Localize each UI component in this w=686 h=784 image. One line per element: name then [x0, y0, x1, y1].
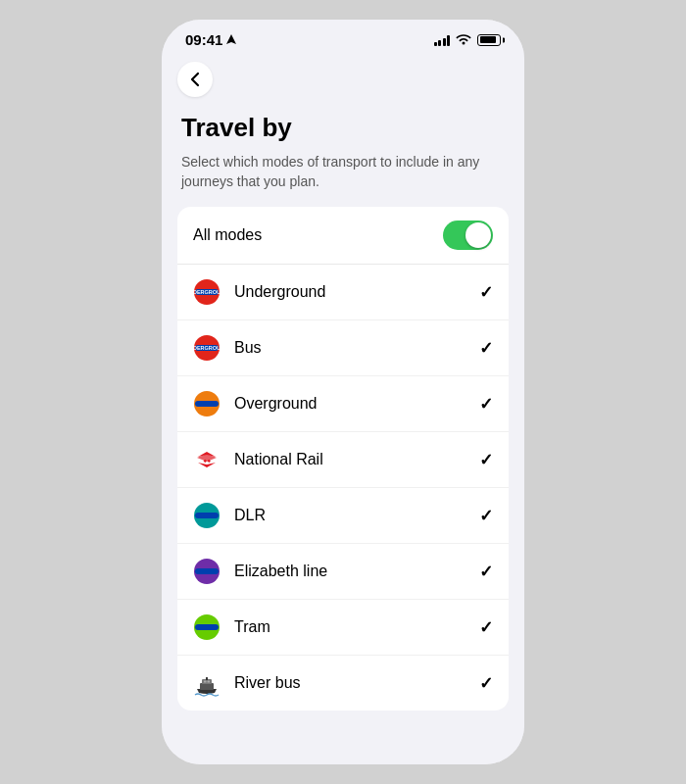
svg-rect-17 — [204, 681, 207, 683]
svg-rect-7 — [195, 401, 219, 407]
status-icons — [434, 34, 502, 46]
svg-rect-15 — [200, 683, 214, 690]
dlr-check: ✓ — [479, 506, 493, 526]
page-title: Travel by — [181, 113, 505, 143]
svg-text:⬥⬥: ⬥⬥ — [203, 457, 211, 464]
svg-text:UNDERGROUND: UNDERGROUND — [193, 345, 220, 351]
phone-frame: 09:41 — [162, 20, 524, 764]
wifi-icon — [456, 34, 471, 46]
svg-rect-18 — [208, 681, 211, 683]
time-display: 09:41 — [185, 31, 222, 48]
svg-rect-10 — [195, 513, 219, 518]
elizabeth-line-icon — [193, 558, 220, 585]
svg-rect-12 — [195, 568, 219, 574]
status-time: 09:41 — [185, 31, 236, 48]
all-modes-row[interactable]: All modes — [177, 207, 509, 265]
river-bus-label: River bus — [234, 674, 479, 692]
national-rail-check: ✓ — [479, 450, 493, 470]
page-header: Travel by Select which modes of transpor… — [162, 103, 524, 207]
toggle-knob — [466, 222, 491, 248]
svg-rect-14 — [195, 624, 219, 630]
dlr-label: DLR — [234, 507, 479, 524]
elizabeth-line-row[interactable]: Elizabeth line ✓ — [177, 544, 509, 600]
elizabeth-line-label: Elizabeth line — [234, 563, 479, 580]
status-bar: 09:41 — [162, 20, 524, 52]
dlr-row[interactable]: DLR ✓ — [177, 488, 509, 544]
underground-check: ✓ — [479, 282, 493, 303]
transport-modes-card: All modes UNDERGROUND Underground ✓ — [177, 207, 509, 710]
back-button[interactable] — [177, 62, 213, 97]
page-subtitle: Select which modes of transport to inclu… — [181, 153, 505, 191]
battery-icon — [477, 34, 501, 46]
svg-rect-19 — [206, 677, 208, 680]
national-rail-label: National Rail — [234, 451, 479, 468]
overground-check: ✓ — [479, 394, 493, 415]
underground-label: Underground — [234, 283, 479, 301]
overground-icon — [193, 390, 220, 417]
tram-icon — [193, 613, 220, 641]
overground-row[interactable]: Overground ✓ — [177, 376, 509, 432]
national-rail-icon: ⬥⬥ — [193, 446, 220, 473]
back-arrow-icon — [190, 72, 200, 87]
tram-row[interactable]: Tram ✓ — [177, 600, 509, 656]
river-bus-icon — [193, 669, 220, 697]
signal-icon — [434, 34, 451, 46]
location-arrow-icon — [226, 34, 236, 46]
all-modes-toggle[interactable] — [443, 220, 493, 250]
river-bus-row[interactable]: River bus ✓ — [177, 656, 509, 710]
all-modes-label: All modes — [193, 226, 262, 244]
bus-icon: UNDERGROUND — [193, 334, 220, 362]
dlr-icon — [193, 502, 220, 529]
underground-row[interactable]: UNDERGROUND Underground ✓ — [177, 265, 509, 320]
overground-label: Overground — [234, 395, 479, 413]
river-bus-check: ✓ — [479, 673, 493, 694]
national-rail-row[interactable]: ⬥⬥ National Rail ✓ — [177, 432, 509, 488]
bus-check: ✓ — [479, 338, 493, 359]
svg-text:UNDERGROUND: UNDERGROUND — [193, 289, 220, 295]
tram-label: Tram — [234, 618, 479, 636]
bus-row[interactable]: UNDERGROUND Bus ✓ — [177, 320, 509, 376]
elizabeth-line-check: ✓ — [479, 562, 493, 582]
content-area: Travel by Select which modes of transpor… — [162, 52, 524, 764]
underground-icon: UNDERGROUND — [193, 278, 220, 306]
bus-label: Bus — [234, 339, 479, 357]
tram-check: ✓ — [479, 617, 493, 638]
